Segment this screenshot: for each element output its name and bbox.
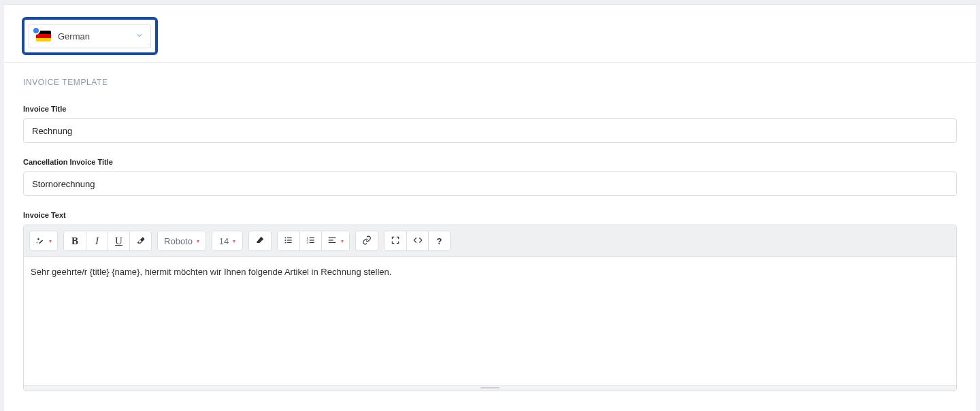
svg-rect-14	[329, 242, 336, 242]
remove-style-button[interactable]	[249, 231, 271, 250]
fullscreen-button[interactable]	[385, 231, 406, 250]
font-family-select[interactable]: Roboto ▾	[158, 231, 206, 250]
help-icon: ?	[437, 236, 442, 246]
cancel-invoice-title-label: Cancellation Invoice Title	[23, 158, 957, 166]
font-size-select[interactable]: 14 ▾	[212, 231, 242, 250]
code-icon	[413, 235, 423, 247]
language-row: German	[4, 5, 976, 63]
invoice-title-label: Invoice Title	[23, 105, 957, 113]
caret-down-icon: ▾	[197, 238, 199, 244]
language-select[interactable]: German	[29, 24, 151, 48]
clear-format-button[interactable]	[129, 231, 151, 250]
svg-rect-3	[287, 237, 292, 237]
font-size-label: 14	[219, 236, 229, 246]
list-ul-icon	[284, 235, 293, 247]
svg-point-2	[284, 242, 286, 243]
link-icon	[362, 235, 372, 247]
field-invoice-text: Invoice Text ▾ B I U	[23, 211, 957, 391]
caret-down-icon: ▾	[341, 238, 344, 244]
language-label: German	[58, 31, 90, 42]
chevron-down-icon	[135, 31, 144, 42]
list-ol-icon: 123	[306, 235, 316, 247]
code-view-button[interactable]	[406, 231, 428, 250]
unordered-list-button[interactable]	[278, 231, 299, 250]
caret-down-icon: ▾	[233, 238, 235, 244]
editor-toolbar: ▾ B I U	[24, 225, 956, 257]
help-button[interactable]: ?	[428, 231, 450, 250]
ordered-list-button[interactable]: 123	[299, 231, 321, 250]
align-icon	[327, 235, 337, 247]
drag-handle-icon	[480, 387, 500, 389]
svg-rect-9	[309, 237, 314, 237]
magic-wand-icon	[35, 235, 45, 247]
magic-button[interactable]: ▾	[30, 231, 57, 250]
invoice-title-input[interactable]	[23, 118, 957, 143]
svg-rect-11	[309, 242, 314, 242]
cancel-invoice-title-input[interactable]	[23, 171, 957, 196]
field-cancel-invoice-title: Cancellation Invoice Title	[23, 158, 957, 196]
content: INVOICE TEMPLATE Invoice Title Cancellat…	[4, 63, 976, 411]
eraser-solid-icon	[255, 235, 265, 247]
italic-button[interactable]: I	[86, 231, 108, 250]
editor-resize-bar[interactable]	[24, 385, 956, 391]
svg-rect-10	[309, 240, 314, 240]
eraser-icon	[136, 235, 146, 247]
svg-rect-12	[329, 237, 336, 237]
svg-rect-13	[329, 240, 333, 240]
language-highlight-box: German	[22, 17, 158, 55]
svg-point-1	[284, 240, 286, 241]
flag-germany-icon	[36, 31, 51, 42]
svg-text:3: 3	[306, 240, 308, 244]
page: German INVOICE TEMPLATE Invoice Title Ca…	[4, 4, 976, 411]
fullscreen-icon	[391, 235, 400, 247]
field-invoice-title: Invoice Title	[23, 105, 957, 143]
rich-text-editor: ▾ B I U	[23, 225, 957, 391]
svg-rect-5	[287, 242, 292, 242]
paragraph-align-button[interactable]: ▾	[321, 231, 349, 250]
underline-button[interactable]: U	[108, 231, 129, 250]
invoice-text-editor[interactable]: Sehr geehrte/r {title} {name}, hiermit m…	[24, 257, 956, 385]
font-family-label: Roboto	[164, 236, 193, 246]
invoice-text-label: Invoice Text	[23, 211, 957, 219]
caret-down-icon: ▾	[49, 238, 52, 244]
svg-rect-4	[287, 240, 292, 240]
link-button[interactable]	[356, 231, 378, 250]
svg-point-0	[284, 237, 286, 238]
section-title: INVOICE TEMPLATE	[23, 78, 957, 87]
bold-button[interactable]: B	[64, 231, 86, 250]
